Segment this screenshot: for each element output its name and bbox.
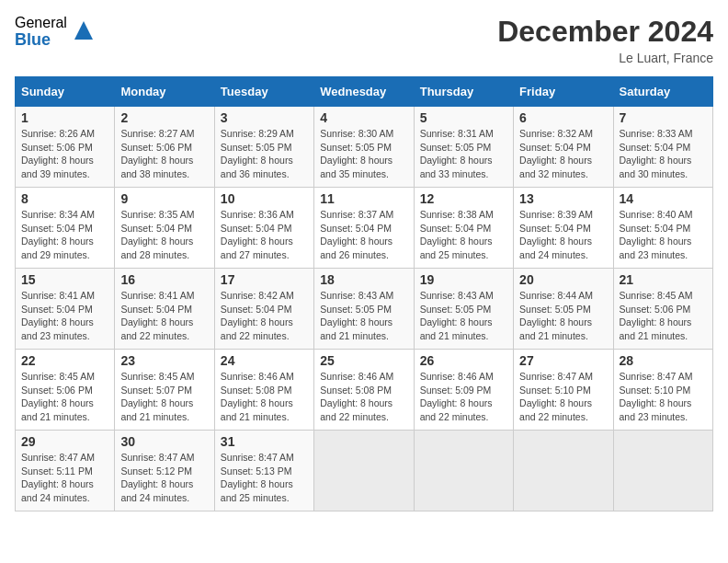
day-detail: Sunrise: 8:26 AM Sunset: 5:06 PM Dayligh… bbox=[21, 127, 108, 181]
calendar-cell: 5 Sunrise: 8:31 AM Sunset: 5:05 PM Dayli… bbox=[414, 107, 513, 188]
day-detail: Sunrise: 8:42 AM Sunset: 5:04 PM Dayligh… bbox=[221, 289, 308, 343]
page-header: General Blue December 2024 Le Luart, Fra… bbox=[15, 15, 713, 65]
day-number: 21 bbox=[620, 272, 707, 287]
calendar-cell: 22 Sunrise: 8:45 AM Sunset: 5:06 PM Dayl… bbox=[16, 350, 115, 431]
calendar-cell: 20 Sunrise: 8:44 AM Sunset: 5:05 PM Dayl… bbox=[514, 269, 613, 350]
calendar-cell: 23 Sunrise: 8:45 AM Sunset: 5:07 PM Dayl… bbox=[115, 350, 214, 431]
day-number: 8 bbox=[21, 191, 108, 206]
calendar-cell bbox=[514, 431, 613, 511]
calendar-cell: 19 Sunrise: 8:43 AM Sunset: 5:05 PM Dayl… bbox=[414, 269, 513, 350]
day-number: 4 bbox=[320, 110, 407, 125]
logo-icon bbox=[71, 17, 97, 43]
location: Le Luart, France bbox=[497, 51, 713, 65]
day-detail: Sunrise: 8:43 AM Sunset: 5:05 PM Dayligh… bbox=[320, 289, 407, 343]
day-number: 10 bbox=[221, 191, 308, 206]
day-number: 9 bbox=[120, 191, 208, 206]
calendar-cell: 31 Sunrise: 8:47 AM Sunset: 5:13 PM Dayl… bbox=[214, 431, 313, 511]
calendar-cell: 16 Sunrise: 8:41 AM Sunset: 5:04 PM Dayl… bbox=[115, 269, 214, 350]
calendar-cell: 6 Sunrise: 8:32 AM Sunset: 5:04 PM Dayli… bbox=[514, 107, 613, 188]
day-detail: Sunrise: 8:41 AM Sunset: 5:04 PM Dayligh… bbox=[120, 289, 208, 343]
calendar-cell: 2 Sunrise: 8:27 AM Sunset: 5:06 PM Dayli… bbox=[115, 107, 214, 188]
calendar-cell bbox=[314, 431, 414, 511]
calendar-cell: 14 Sunrise: 8:40 AM Sunset: 5:04 PM Dayl… bbox=[613, 188, 712, 269]
calendar-cell: 10 Sunrise: 8:36 AM Sunset: 5:04 PM Dayl… bbox=[214, 188, 313, 269]
calendar-week-2: 8 Sunrise: 8:34 AM Sunset: 5:04 PM Dayli… bbox=[16, 188, 713, 269]
day-number: 11 bbox=[320, 191, 407, 206]
day-number: 1 bbox=[21, 110, 108, 125]
logo: General Blue bbox=[15, 15, 97, 49]
calendar-cell: 25 Sunrise: 8:46 AM Sunset: 5:08 PM Dayl… bbox=[314, 350, 414, 431]
col-tuesday: Tuesday bbox=[214, 77, 313, 107]
calendar-cell: 9 Sunrise: 8:35 AM Sunset: 5:04 PM Dayli… bbox=[115, 188, 214, 269]
day-detail: Sunrise: 8:31 AM Sunset: 5:05 PM Dayligh… bbox=[420, 127, 507, 181]
day-number: 18 bbox=[320, 272, 407, 287]
day-detail: Sunrise: 8:27 AM Sunset: 5:06 PM Dayligh… bbox=[120, 127, 208, 181]
calendar-cell: 30 Sunrise: 8:47 AM Sunset: 5:12 PM Dayl… bbox=[115, 431, 214, 511]
day-detail: Sunrise: 8:37 AM Sunset: 5:04 PM Dayligh… bbox=[320, 208, 407, 262]
logo-blue: Blue bbox=[15, 31, 67, 50]
day-number: 26 bbox=[420, 353, 507, 368]
day-number: 3 bbox=[221, 110, 308, 125]
day-number: 2 bbox=[120, 110, 208, 125]
calendar-cell bbox=[613, 431, 712, 511]
day-number: 27 bbox=[519, 353, 607, 368]
header-row: Sunday Monday Tuesday Wednesday Thursday… bbox=[16, 77, 713, 107]
day-number: 6 bbox=[519, 110, 607, 125]
calendar-cell: 17 Sunrise: 8:42 AM Sunset: 5:04 PM Dayl… bbox=[214, 269, 313, 350]
calendar-cell: 27 Sunrise: 8:47 AM Sunset: 5:10 PM Dayl… bbox=[514, 350, 613, 431]
day-detail: Sunrise: 8:45 AM Sunset: 5:06 PM Dayligh… bbox=[21, 370, 108, 424]
month-title: December 2024 bbox=[497, 15, 713, 49]
day-number: 23 bbox=[120, 353, 208, 368]
col-saturday: Saturday bbox=[613, 77, 712, 107]
day-detail: Sunrise: 8:47 AM Sunset: 5:10 PM Dayligh… bbox=[620, 370, 707, 424]
calendar-week-1: 1 Sunrise: 8:26 AM Sunset: 5:06 PM Dayli… bbox=[16, 107, 713, 188]
day-detail: Sunrise: 8:47 AM Sunset: 5:11 PM Dayligh… bbox=[21, 451, 108, 505]
calendar-week-4: 22 Sunrise: 8:45 AM Sunset: 5:06 PM Dayl… bbox=[16, 350, 713, 431]
logo-general: General bbox=[15, 15, 67, 31]
day-number: 14 bbox=[620, 191, 707, 206]
day-number: 17 bbox=[221, 272, 308, 287]
col-friday: Friday bbox=[514, 77, 613, 107]
calendar-cell: 21 Sunrise: 8:45 AM Sunset: 5:06 PM Dayl… bbox=[613, 269, 712, 350]
day-detail: Sunrise: 8:33 AM Sunset: 5:04 PM Dayligh… bbox=[620, 127, 707, 181]
day-detail: Sunrise: 8:41 AM Sunset: 5:04 PM Dayligh… bbox=[21, 289, 108, 343]
col-monday: Monday bbox=[115, 77, 214, 107]
day-detail: Sunrise: 8:35 AM Sunset: 5:04 PM Dayligh… bbox=[120, 208, 208, 262]
col-thursday: Thursday bbox=[414, 77, 513, 107]
day-number: 15 bbox=[21, 272, 108, 287]
calendar-cell bbox=[414, 431, 513, 511]
day-number: 5 bbox=[420, 110, 507, 125]
day-number: 20 bbox=[519, 272, 607, 287]
calendar-cell: 29 Sunrise: 8:47 AM Sunset: 5:11 PM Dayl… bbox=[16, 431, 115, 511]
day-detail: Sunrise: 8:46 AM Sunset: 5:09 PM Dayligh… bbox=[420, 370, 507, 424]
day-detail: Sunrise: 8:45 AM Sunset: 5:06 PM Dayligh… bbox=[620, 289, 707, 343]
day-detail: Sunrise: 8:47 AM Sunset: 5:12 PM Dayligh… bbox=[120, 451, 208, 505]
calendar-week-5: 29 Sunrise: 8:47 AM Sunset: 5:11 PM Dayl… bbox=[16, 431, 713, 511]
calendar-cell: 24 Sunrise: 8:46 AM Sunset: 5:08 PM Dayl… bbox=[214, 350, 313, 431]
calendar-cell: 13 Sunrise: 8:39 AM Sunset: 5:04 PM Dayl… bbox=[514, 188, 613, 269]
day-detail: Sunrise: 8:38 AM Sunset: 5:04 PM Dayligh… bbox=[420, 208, 507, 262]
logo-text: General Blue bbox=[15, 15, 67, 49]
day-number: 30 bbox=[120, 434, 208, 449]
calendar-cell: 7 Sunrise: 8:33 AM Sunset: 5:04 PM Dayli… bbox=[613, 107, 712, 188]
day-number: 24 bbox=[221, 353, 308, 368]
day-number: 19 bbox=[420, 272, 507, 287]
day-number: 13 bbox=[519, 191, 607, 206]
day-detail: Sunrise: 8:47 AM Sunset: 5:13 PM Dayligh… bbox=[221, 451, 308, 505]
day-number: 16 bbox=[120, 272, 208, 287]
calendar-cell: 28 Sunrise: 8:47 AM Sunset: 5:10 PM Dayl… bbox=[613, 350, 712, 431]
day-number: 7 bbox=[620, 110, 707, 125]
day-number: 28 bbox=[620, 353, 707, 368]
calendar-cell: 18 Sunrise: 8:43 AM Sunset: 5:05 PM Dayl… bbox=[314, 269, 414, 350]
calendar-week-3: 15 Sunrise: 8:41 AM Sunset: 5:04 PM Dayl… bbox=[16, 269, 713, 350]
day-number: 25 bbox=[320, 353, 407, 368]
calendar-cell: 11 Sunrise: 8:37 AM Sunset: 5:04 PM Dayl… bbox=[314, 188, 414, 269]
calendar-cell: 26 Sunrise: 8:46 AM Sunset: 5:09 PM Dayl… bbox=[414, 350, 513, 431]
day-detail: Sunrise: 8:30 AM Sunset: 5:05 PM Dayligh… bbox=[320, 127, 407, 181]
day-detail: Sunrise: 8:46 AM Sunset: 5:08 PM Dayligh… bbox=[221, 370, 308, 424]
calendar-cell: 12 Sunrise: 8:38 AM Sunset: 5:04 PM Dayl… bbox=[414, 188, 513, 269]
col-sunday: Sunday bbox=[16, 77, 115, 107]
day-number: 12 bbox=[420, 191, 507, 206]
day-detail: Sunrise: 8:43 AM Sunset: 5:05 PM Dayligh… bbox=[420, 289, 507, 343]
calendar-cell: 8 Sunrise: 8:34 AM Sunset: 5:04 PM Dayli… bbox=[16, 188, 115, 269]
